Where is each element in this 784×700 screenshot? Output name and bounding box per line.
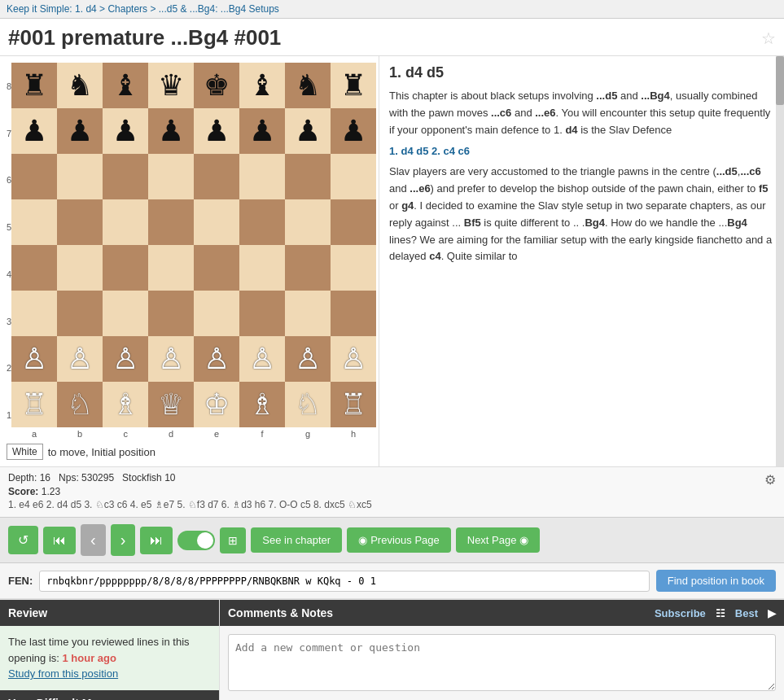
cell-a4[interactable] <box>11 245 57 291</box>
cell-b5[interactable] <box>57 199 103 245</box>
end-button[interactable]: ⏭ <box>140 527 173 554</box>
cell-g4[interactable] <box>285 245 331 291</box>
engine-top-row: Depth: 16 Nps: 530295 Stockfish 10 <box>8 472 764 483</box>
scroll-thumb[interactable] <box>776 56 784 105</box>
cell-a1[interactable]: ♖ <box>11 382 57 427</box>
restart-button[interactable]: ↺ <box>8 526 38 554</box>
cell-g2[interactable]: ♙ <box>285 336 331 382</box>
cell-c5[interactable] <box>103 199 148 245</box>
rss-icon: ☷ <box>716 607 725 619</box>
next-page-button[interactable]: Next Page ◉ <box>456 527 541 553</box>
cell-d4[interactable] <box>148 245 194 291</box>
cell-h7[interactable]: ♟ <box>331 108 376 154</box>
cell-e6[interactable] <box>194 154 239 199</box>
cell-a8[interactable]: ♜ <box>11 63 57 108</box>
cell-d1[interactable]: ♕ <box>148 382 194 427</box>
engine-depth: Depth: 16 <box>8 472 50 483</box>
page-title: #001 premature ...Bg4 #001 <box>8 25 281 50</box>
cell-h5[interactable] <box>331 199 376 245</box>
review-time: 1 hour ago <box>63 652 116 664</box>
cell-f7[interactable]: ♟ <box>239 108 285 154</box>
start-button[interactable]: ⏮ <box>43 527 76 554</box>
comment-textarea[interactable] <box>228 634 776 691</box>
previous-page-button[interactable]: ◉ Previous Page <box>347 527 451 553</box>
cell-f5[interactable] <box>239 199 285 245</box>
subscribe-link[interactable]: Subscribe <box>655 607 706 619</box>
cell-c8[interactable]: ♝ <box>103 63 148 108</box>
cell-f4[interactable] <box>239 245 285 291</box>
cell-f1[interactable]: ♗ <box>239 382 285 427</box>
cell-e7[interactable]: ♟ <box>194 108 239 154</box>
cell-e8[interactable]: ♚ <box>194 63 239 108</box>
cell-b7[interactable]: ♟ <box>57 108 103 154</box>
cell-b6[interactable] <box>57 154 103 199</box>
cell-g6[interactable] <box>285 154 331 199</box>
cell-f3[interactable] <box>239 291 285 336</box>
nav-link-home[interactable]: Keep it Simple: 1. d4 > Chapters > ...d5… <box>7 3 279 15</box>
cell-d8[interactable]: ♛ <box>148 63 194 108</box>
cell-f2[interactable]: ♙ <box>239 336 285 382</box>
fen-input[interactable] <box>39 571 649 592</box>
cell-e4[interactable] <box>194 245 239 291</box>
study-link[interactable]: Study from this position <box>8 667 118 680</box>
cell-a2[interactable]: ♙ <box>11 336 57 382</box>
cell-e3[interactable] <box>194 291 239 336</box>
cell-c4[interactable] <box>103 245 148 291</box>
scroll-track <box>776 56 784 466</box>
cell-g1[interactable]: ♘ <box>285 382 331 427</box>
review-header: Review <box>0 600 219 626</box>
cell-a6[interactable] <box>11 154 57 199</box>
cell-b1[interactable]: ♘ <box>57 382 103 427</box>
cell-b3[interactable] <box>57 291 103 336</box>
gear-icon[interactable]: ⚙ <box>764 472 776 488</box>
cell-f6[interactable] <box>239 154 285 199</box>
cell-a5[interactable] <box>11 199 57 245</box>
prev-page-label: Previous Page <box>370 534 440 546</box>
board-icon-button[interactable]: ⊞ <box>220 527 246 553</box>
find-position-button[interactable]: Find position in book <box>656 570 776 592</box>
cell-c2[interactable]: ♙ <box>103 336 148 382</box>
cell-c1[interactable]: ♗ <box>103 382 148 427</box>
cell-d2[interactable]: ♙ <box>148 336 194 382</box>
cell-c7[interactable]: ♟ <box>103 108 148 154</box>
cell-c3[interactable] <box>103 291 148 336</box>
prev-move-button[interactable]: ‹ <box>81 524 106 556</box>
move-line-1: 1. d4 d5 2. c4 c6 <box>389 145 774 157</box>
engine-name: Stockfish 10 <box>122 472 175 483</box>
cell-g5[interactable] <box>285 199 331 245</box>
cell-c6[interactable] <box>103 154 148 199</box>
toggle-control[interactable] <box>177 531 215 550</box>
cell-h6[interactable] <box>331 154 376 199</box>
cell-g8[interactable]: ♞ <box>285 63 331 108</box>
cell-d5[interactable] <box>148 199 194 245</box>
bookmark-icon[interactable]: ☆ <box>761 28 776 48</box>
cell-e1[interactable]: ♔ <box>194 382 239 427</box>
cell-b8[interactable]: ♞ <box>57 63 103 108</box>
best-link[interactable]: Best <box>735 607 758 619</box>
cell-h3[interactable] <box>331 291 376 336</box>
next-move-button[interactable]: › <box>111 524 136 556</box>
cell-h4[interactable] <box>331 245 376 291</box>
cell-h2[interactable]: ♙ <box>331 336 376 382</box>
cell-b2[interactable]: ♙ <box>57 336 103 382</box>
cell-a3[interactable] <box>11 291 57 336</box>
next-page-icon: ◉ <box>519 534 528 546</box>
cell-h8[interactable]: ♜ <box>331 63 376 108</box>
text-paragraph-1: This chapter is about black setups invol… <box>389 88 774 138</box>
cell-h1[interactable]: ♖ <box>331 382 376 427</box>
toggle-switch[interactable] <box>177 531 215 550</box>
cell-d7[interactable]: ♟ <box>148 108 194 154</box>
main-content: 8 7 6 5 4 3 2 1 ♜ ♞ ♝ ♛ ♚ ♝ ♞ <box>0 56 784 466</box>
move-heading: 1. d4 d5 <box>389 64 774 81</box>
cell-g7[interactable]: ♟ <box>285 108 331 154</box>
cell-e2[interactable]: ♙ <box>194 336 239 382</box>
cell-g3[interactable] <box>285 291 331 336</box>
cell-d6[interactable] <box>148 154 194 199</box>
board-area: 8 7 6 5 4 3 2 1 ♜ ♞ ♝ ♛ ♚ ♝ ♞ <box>0 56 379 466</box>
see-in-chapter-button[interactable]: See in chapter <box>251 527 342 553</box>
cell-d3[interactable] <box>148 291 194 336</box>
cell-b4[interactable] <box>57 245 103 291</box>
cell-f8[interactable]: ♝ <box>239 63 285 108</box>
cell-a7[interactable]: ♟ <box>11 108 57 154</box>
cell-e5[interactable] <box>194 199 239 245</box>
